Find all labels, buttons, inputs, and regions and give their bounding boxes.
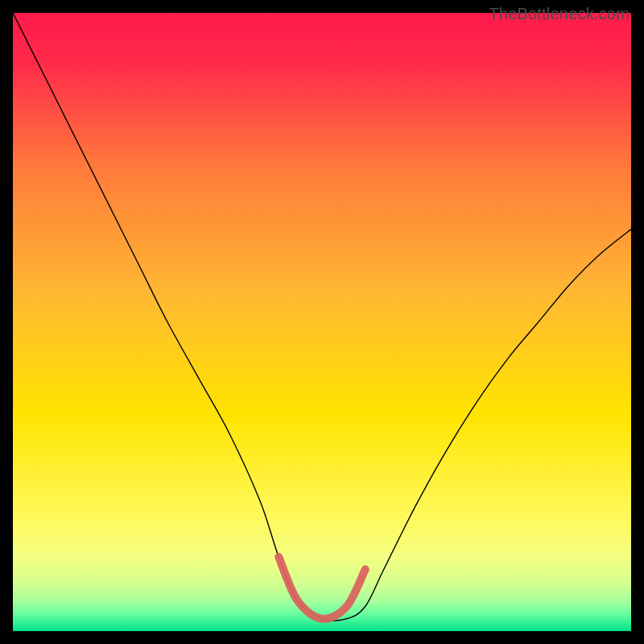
plot-area	[13, 13, 631, 631]
chart-frame: TheBottleneck.com	[0, 0, 644, 644]
chart-svg	[13, 13, 631, 631]
watermark-label: TheBottleneck.com	[489, 5, 630, 23]
